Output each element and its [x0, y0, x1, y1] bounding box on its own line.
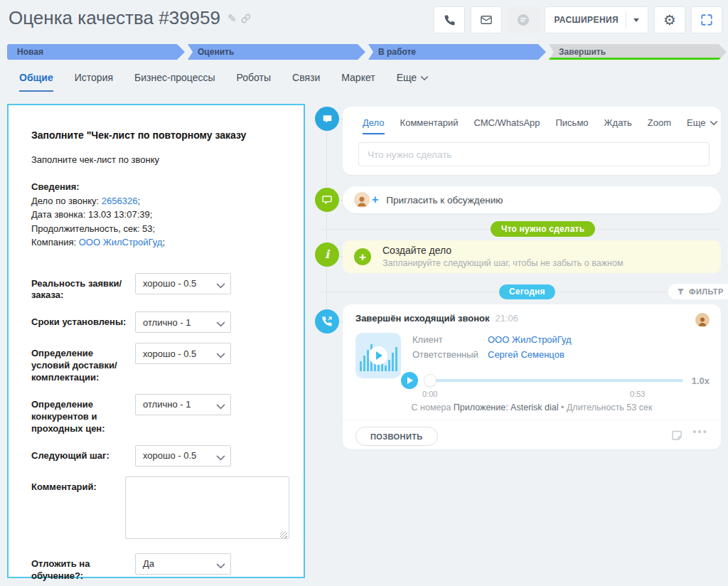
- composer-rail-icon: [315, 107, 339, 131]
- audio-player: 1.0x: [401, 371, 710, 390]
- caret-down-icon: [633, 18, 639, 22]
- field-row-reality: Реальность заявки/заказа: хорошо - 0.5: [31, 273, 289, 302]
- chat-button[interactable]: [508, 6, 539, 33]
- comments-rail-icon: [315, 188, 339, 212]
- seek-track[interactable]: [428, 379, 683, 382]
- time-elapsed: 0:00: [422, 390, 437, 398]
- today-badge: Сегодня: [499, 284, 555, 299]
- info-call-line: Дело по звонку: 2656326;: [31, 194, 289, 208]
- envelope-icon: [480, 14, 493, 26]
- seek-bar: [424, 374, 683, 387]
- call-card-header: Завершён исходящий звонок 21:06: [355, 313, 518, 324]
- tab-more[interactable]: Еще: [397, 72, 428, 90]
- todo-input[interactable]: [358, 142, 710, 166]
- info-date-line: Дата звонка: 13.03 13:07:39;: [31, 208, 289, 222]
- more-actions-icon[interactable]: •••: [692, 425, 708, 437]
- play-button[interactable]: [401, 372, 418, 389]
- company-link[interactable]: ООО ЖилСтройГуд: [79, 237, 163, 247]
- seek-handle[interactable]: [424, 374, 437, 387]
- play-icon: [369, 346, 387, 365]
- activity-composer-card: Дело Комментарий СМС/WhatsApp Письмо Жда…: [343, 107, 721, 175]
- gear-icon: ⚙: [663, 13, 676, 27]
- field-row-delivery: Определение условий доставки/комплектаци…: [31, 343, 289, 384]
- reality-select[interactable]: хорошо - 0.5: [135, 273, 231, 294]
- call-app: Приложение: Asterisk dial: [454, 403, 559, 412]
- chat-filled-icon: [322, 114, 333, 124]
- call-activity-link[interactable]: 2656326: [102, 196, 138, 206]
- call-activity-card: Завершён исходящий звонок 21:06 Кли: [343, 304, 721, 449]
- delivery-select[interactable]: хорошо - 0.5: [135, 343, 231, 364]
- chevron-down-icon: [216, 560, 225, 569]
- composer-tabs: Дело Комментарий СМС/WhatsApp Письмо Жда…: [343, 107, 721, 134]
- client-label: Клиент: [412, 334, 488, 345]
- stage-bar: Новая Оценить В работе Завершить: [7, 44, 727, 60]
- time-total: 0:53: [630, 390, 645, 398]
- composer-tab-zoom[interactable]: Zoom: [648, 117, 671, 133]
- edit-title-icon[interactable]: ✎: [228, 12, 237, 25]
- note-icon[interactable]: [671, 430, 682, 444]
- card-divider: [343, 420, 721, 420]
- tab-robots[interactable]: Роботы: [237, 72, 271, 90]
- nav-tabs: Общие История Бизнес-процессы Роботы Свя…: [19, 72, 427, 92]
- add-person-icon: +: [372, 194, 378, 206]
- tab-business-processes[interactable]: Бизнес-процессы: [134, 72, 215, 90]
- create-activity-subtitle: Запланируйте следующий шаг, чтобы не заб…: [382, 258, 623, 268]
- resize-grip-icon[interactable]: [280, 531, 287, 538]
- stage-in-progress[interactable]: В работе: [368, 44, 546, 60]
- call-duration: Длительность 53 сек: [567, 403, 653, 412]
- create-activity-title: Создайте дело: [382, 245, 451, 256]
- fullscreen-button[interactable]: [691, 6, 722, 33]
- call-info-block: Сведения: Дело по звонку: 2656326; Дата …: [31, 180, 289, 250]
- call-button[interactable]: [434, 6, 465, 33]
- chat-bubble-icon: [517, 14, 530, 26]
- invite-to-discussion-row[interactable]: + Пригласить к обсуждению: [343, 186, 721, 213]
- chat-outline-icon: [321, 194, 333, 206]
- stage-new[interactable]: Новая: [7, 44, 185, 60]
- deadlines-select[interactable]: отлично - 1: [135, 311, 231, 333]
- call-record-thumbnail[interactable]: [355, 333, 401, 378]
- tab-relations[interactable]: Связи: [292, 72, 320, 90]
- add-activity-button[interactable]: +: [354, 248, 371, 265]
- tab-general[interactable]: Общие: [19, 72, 53, 92]
- copy-link-icon[interactable]: [241, 14, 251, 23]
- extensions-button[interactable]: РАСШИРЕНИЯ: [545, 6, 648, 33]
- person-icon: [355, 195, 368, 208]
- client-link[interactable]: ООО ЖилСтройГуд: [488, 334, 572, 345]
- tab-market[interactable]: Маркет: [341, 72, 375, 90]
- call-back-button[interactable]: ПОЗВОНИТЬ: [355, 427, 438, 446]
- chevron-down-icon: [216, 400, 225, 410]
- email-button[interactable]: [471, 6, 502, 33]
- settings-button[interactable]: ⚙: [654, 6, 685, 33]
- filter-button[interactable]: ФИЛЬТР: [668, 284, 728, 299]
- avatar: [695, 313, 710, 327]
- playback-speed[interactable]: 1.0x: [692, 375, 710, 386]
- avatar: [354, 192, 370, 208]
- competitors-select[interactable]: отлично - 1: [135, 394, 231, 415]
- composer-tab-letter[interactable]: Письмо: [556, 117, 589, 133]
- outgoing-call-icon: [321, 316, 333, 327]
- responsible-row: Ответственный Сергей Семенцов: [412, 349, 572, 360]
- composer-tab-comment[interactable]: Комментарий: [400, 117, 459, 133]
- comment-textarea[interactable]: [125, 476, 289, 539]
- next-step-select[interactable]: хорошо - 0.5: [135, 445, 231, 467]
- stage-finish[interactable]: Завершить: [549, 44, 727, 60]
- person-icon: [697, 316, 708, 327]
- chevron-down-icon: [216, 318, 225, 327]
- composer-tab-wait[interactable]: Ждать: [604, 117, 632, 133]
- composer-tab-sms-whatsapp[interactable]: СМС/WhatsApp: [473, 117, 540, 133]
- stage-evaluate[interactable]: Оценить: [188, 44, 365, 60]
- comment-textarea-wrap: [125, 476, 289, 542]
- defer-select[interactable]: Да: [135, 553, 231, 575]
- tab-history[interactable]: История: [75, 72, 113, 90]
- create-activity-card: + Создайте дело Запланируйте следующий ш…: [343, 240, 721, 273]
- field-row-defer: Отложить на обучение?: Да: [31, 553, 289, 582]
- stage-progress-underline: [549, 58, 727, 60]
- call-time: 21:06: [496, 313, 519, 324]
- extensions-dropdown[interactable]: [626, 12, 639, 28]
- chevron-down-icon: [420, 73, 428, 80]
- chevron-down-icon: [710, 117, 717, 125]
- call-meta: С номера Приложение: Asterisk dial • Дли…: [343, 403, 721, 412]
- composer-tab-task[interactable]: Дело: [363, 117, 385, 134]
- responsible-link[interactable]: Сергей Семенцов: [488, 349, 564, 360]
- composer-tab-more[interactable]: Еще: [687, 117, 716, 128]
